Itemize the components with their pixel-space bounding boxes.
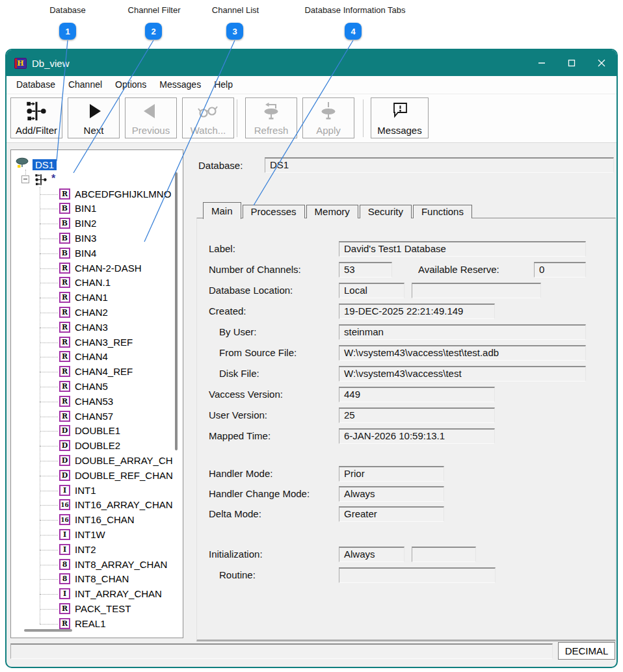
tree-horizontal-scrollbar[interactable]: [24, 629, 72, 632]
form-field-row14-2[interactable]: [412, 547, 476, 562]
tree-channel-chan57[interactable]: RCHAN57: [11, 409, 183, 424]
channel-label: PACK_TEST: [75, 603, 131, 614]
tree-channel-int_array_chan[interactable]: IINT_ARRAY_CHAN: [11, 587, 183, 601]
form-field-row8-1[interactable]: 449: [339, 387, 495, 402]
tree-expand-toggle[interactable]: [21, 175, 29, 183]
channel-type-icon-16: 16: [59, 514, 70, 525]
tree-channel-bin4[interactable]: BBIN4: [11, 246, 183, 261]
tab-memory[interactable]: Memory: [306, 205, 358, 218]
messages-icon: [390, 98, 410, 124]
next-button[interactable]: Next: [68, 97, 120, 138]
form-field-row14-1[interactable]: Always: [339, 547, 404, 562]
tree-channel-int8_chan[interactable]: 8INT8_CHAN: [11, 572, 183, 586]
tree-channel-double_ref_chan[interactable]: DDOUBLE_REF_CHAN: [11, 469, 183, 483]
tree-channel-int16_chan[interactable]: 16INT16_CHAN: [11, 513, 183, 527]
tree-channel-int8_array_chan[interactable]: 8INT8_ARRAY_CHAN: [11, 558, 183, 572]
tree-connector: [40, 372, 58, 372]
channel-type-icon-R: R: [59, 188, 70, 200]
tree-channel-chan3[interactable]: RCHAN3: [11, 320, 183, 335]
channel-label: CHAN.1: [75, 277, 111, 288]
form-field-row6-1[interactable]: W:\vsystem43\vaccess\test\test.adb: [339, 345, 586, 361]
tree-channel-int16_array_chan[interactable]: 16INT16_ARRAY_CHAN: [11, 498, 183, 512]
tab-functions[interactable]: Functions: [413, 205, 472, 218]
tree-channel-chan4_ref[interactable]: RCHAN4_REF: [11, 365, 183, 379]
minimize-button[interactable]: [527, 50, 557, 76]
channel-type-icon-I: I: [59, 588, 70, 599]
tree-channel-chan-2-dash[interactable]: RCHAN-2-DASH: [11, 261, 183, 276]
form-field-row9-1[interactable]: 25: [339, 407, 495, 423]
form-field-row12-1[interactable]: Always: [339, 486, 444, 502]
annotation-badge-4: 4: [345, 23, 362, 40]
tree-channel-bin1[interactable]: BBIN1: [11, 201, 183, 216]
form-field-row11-1[interactable]: Prior: [339, 466, 444, 482]
tree-vertical-scrollbar[interactable]: [175, 172, 178, 450]
tree-channel-bin2[interactable]: BBIN2: [11, 216, 183, 231]
form-label: Handler Change Mode:: [209, 488, 310, 499]
tree-connector: [40, 313, 58, 313]
tree-channel-chan.1[interactable]: RCHAN.1: [11, 276, 183, 290]
tree-connector: [40, 565, 58, 565]
tree-connector: [40, 357, 58, 357]
form-field-row7-1[interactable]: W:\vsystem43\vaccess\test: [339, 366, 586, 381]
menu-item-database[interactable]: Database: [10, 76, 62, 94]
tree-channel-int1[interactable]: IINT1: [11, 484, 183, 498]
channel-label: CHAN4_REF: [75, 366, 133, 377]
menu-item-channel[interactable]: Channel: [62, 76, 109, 94]
menu-item-messages[interactable]: Messages: [153, 76, 207, 94]
tree-channel-abcedfghijklmno[interactable]: RABCEDFGHIJKLMNO: [11, 187, 183, 201]
form-field-row3-1[interactable]: Local: [339, 283, 404, 298]
database-field[interactable]: DS1: [265, 157, 614, 173]
form-field-row13-1[interactable]: Greater: [339, 506, 444, 522]
messages-button[interactable]: Messages: [371, 97, 429, 138]
channel-label: ABCEDFGHIJKLMNO: [75, 188, 171, 200]
tree-channel-double1[interactable]: DDOUBLE1: [11, 424, 183, 438]
apply-icon: [317, 98, 339, 124]
form-field-row5-1[interactable]: steinman: [339, 324, 586, 340]
tree-channel-chan3_ref[interactable]: RCHAN3_REF: [11, 335, 183, 350]
tree-connector: [40, 431, 58, 432]
tree-filter-node[interactable]: *: [11, 172, 183, 187]
form-field-row10-1[interactable]: 6-JAN-2026 10:59:13.1: [339, 428, 495, 444]
tab-security[interactable]: Security: [360, 205, 412, 218]
tree-channel-chan2[interactable]: RCHAN2: [11, 305, 183, 320]
channel-type-icon-R: R: [59, 366, 70, 377]
form-field-row4-1[interactable]: 19-DEC-2025 22:21:49.149: [339, 304, 495, 319]
channel-type-icon-R: R: [59, 351, 70, 362]
channel-label: CHAN53: [75, 396, 113, 407]
channel-type-icon-B: B: [59, 248, 70, 259]
tree-channel-bin3[interactable]: BBIN3: [11, 231, 183, 246]
form-field-row2-1[interactable]: 53: [339, 262, 392, 278]
tree-channel-pack_test[interactable]: RPACK_TEST: [11, 602, 183, 616]
tree-channel-double_array_ch[interactable]: DDOUBLE_ARRAY_CH: [11, 454, 183, 468]
tree-root-node[interactable]: DS1: [11, 157, 183, 172]
radix-mode-indicator[interactable]: DECIMAL: [558, 642, 615, 660]
tree-connector: [40, 624, 58, 625]
watch-button: Watch...: [182, 97, 234, 138]
database-label: Database:: [198, 160, 243, 171]
tree-channel-chan4[interactable]: RCHAN4: [11, 350, 183, 364]
menu-item-help[interactable]: Help: [207, 76, 239, 94]
tree-channel-chan1[interactable]: RCHAN1: [11, 291, 183, 305]
filter-button[interactable]: Add/Filter: [10, 97, 62, 138]
maximize-button[interactable]: [557, 50, 587, 76]
tree-channel-int1w[interactable]: IINT1W: [11, 528, 183, 542]
tree-channel-chan5[interactable]: RCHAN5: [11, 380, 183, 394]
tree-channel-int2[interactable]: IINT2: [11, 543, 183, 557]
channel-type-icon-R: R: [59, 381, 70, 392]
tree-filter-label: *: [51, 173, 55, 185]
form-field-row15-1[interactable]: [339, 567, 496, 583]
form-field-row1-1[interactable]: David's Test1 Database: [339, 241, 586, 257]
title-bar[interactable]: H Db_view: [7, 50, 616, 76]
tree-connector: [40, 239, 58, 239]
tab-main[interactable]: Main: [203, 202, 241, 219]
close-button[interactable]: [587, 50, 616, 76]
channel-label: INT16_ARRAY_CHAN: [75, 499, 173, 510]
tab-processes[interactable]: Processes: [243, 205, 305, 218]
channel-tree-panel[interactable]: DS1 *RABCEDFGHIJKLMNOBBIN1BBIN2BBIN3BBIN…: [10, 149, 183, 638]
form-field-row2-2[interactable]: 0: [534, 262, 586, 278]
menu-item-options[interactable]: Options: [109, 76, 153, 94]
tree-channel-double2[interactable]: DDOUBLE2: [11, 439, 183, 453]
channel-label: CHAN57: [75, 411, 113, 422]
form-field-row3-2[interactable]: [412, 283, 541, 298]
tree-channel-chan53[interactable]: RCHAN53: [11, 394, 183, 409]
